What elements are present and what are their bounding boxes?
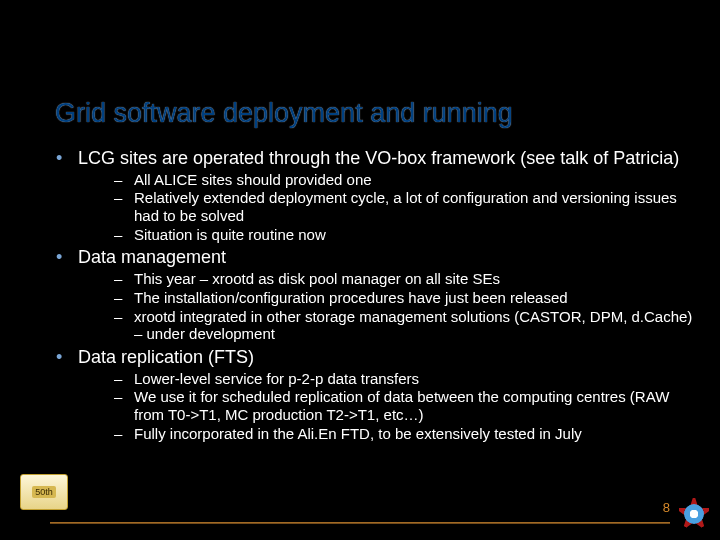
sub-item: Lower-level service for p-2-p data trans… bbox=[78, 370, 695, 388]
alice-logo bbox=[674, 494, 714, 534]
bullet-item: Data replication (FTS) Lower-level servi… bbox=[50, 347, 695, 442]
bullet-text: Data management bbox=[78, 247, 226, 267]
anniversary-logo: 50th bbox=[20, 474, 68, 510]
sub-item: xrootd integrated in other storage manag… bbox=[78, 308, 695, 343]
sub-item: We use it for scheduled replication of d… bbox=[78, 388, 695, 423]
page-number: 8 bbox=[663, 500, 670, 515]
bullet-text: Data replication (FTS) bbox=[78, 347, 254, 367]
sub-list: Lower-level service for p-2-p data trans… bbox=[78, 370, 695, 443]
bullet-text: LCG sites are operated through the VO-bo… bbox=[78, 148, 679, 168]
footer-divider bbox=[50, 522, 670, 524]
slide-body: LCG sites are operated through the VO-bo… bbox=[50, 148, 695, 446]
sub-item: This year – xrootd as disk pool manager … bbox=[78, 270, 695, 288]
anniversary-label: 50th bbox=[32, 486, 56, 498]
sub-item: The installation/configuration procedure… bbox=[78, 289, 695, 307]
sub-item: Situation is quite routine now bbox=[78, 226, 695, 244]
bullet-item: LCG sites are operated through the VO-bo… bbox=[50, 148, 695, 243]
globe-icon bbox=[684, 504, 704, 524]
sub-item: Fully incorporated in the Ali.En FTD, to… bbox=[78, 425, 695, 443]
bullet-item: Data management This year – xrootd as di… bbox=[50, 247, 695, 342]
sub-item: All ALICE sites should provided one bbox=[78, 171, 695, 189]
slide: Grid software deployment and running LCG… bbox=[0, 0, 720, 540]
sub-list: This year – xrootd as disk pool manager … bbox=[78, 270, 695, 343]
sub-item: Relatively extended deployment cycle, a … bbox=[78, 189, 695, 224]
slide-title: Grid software deployment and running bbox=[55, 98, 690, 129]
sub-list: All ALICE sites should provided one Rela… bbox=[78, 171, 695, 244]
bullet-list: LCG sites are operated through the VO-bo… bbox=[50, 148, 695, 442]
